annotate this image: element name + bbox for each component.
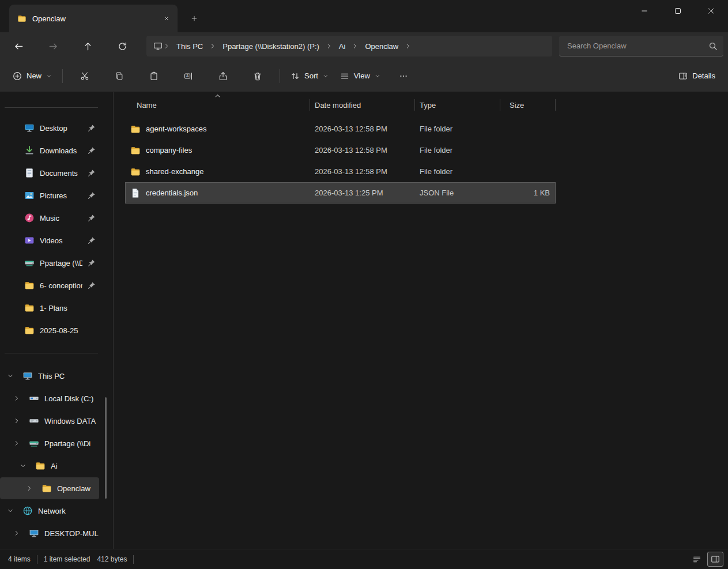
sidebar-item-videos[interactable]: Videos [0, 229, 99, 251]
folder-icon [130, 145, 141, 156]
chevron-down-icon [46, 73, 52, 79]
sidebar-scrollbar[interactable] [105, 397, 107, 499]
share-button[interactable] [212, 66, 235, 86]
sidebar-item-pictures[interactable]: Pictures [0, 184, 99, 206]
search-input[interactable] [567, 42, 708, 50]
videos-icon [24, 235, 35, 246]
copy-button[interactable] [108, 66, 131, 86]
sidebar-item-network[interactable]: Network [0, 500, 99, 522]
tab-openclaw[interactable]: Openclaw [9, 5, 178, 32]
status-bar: 4 items 1 item selected 412 bytes [0, 549, 728, 569]
new-button-label: New [27, 71, 42, 80]
refresh-button[interactable] [112, 36, 133, 56]
sidebar-pinned-section: DesktopDownloadsDocumentsPicturesMusicVi… [0, 117, 113, 341]
minimize-icon [641, 7, 648, 14]
selection-size: 412 bytes [97, 555, 127, 563]
search-box[interactable] [559, 36, 723, 56]
column-headers: Name Date modified Type Size [125, 93, 728, 116]
cut-icon [80, 71, 89, 81]
close-icon [163, 15, 170, 22]
breadcrumb-item-ppartage-diskstation2-p[interactable]: Ppartage (\\Diskstation2) (P:) [217, 38, 325, 54]
tab-close-button[interactable] [159, 11, 174, 26]
delete-button[interactable] [246, 66, 269, 86]
sidebar-item-desktop[interactable]: Desktop [0, 117, 99, 139]
details-button-label: Details [692, 71, 715, 80]
column-header-size[interactable]: Size [500, 99, 556, 111]
new-button[interactable]: New [7, 66, 58, 86]
more-ellipsis-icon [399, 71, 408, 81]
sidebar-item-1-plans[interactable]: 1- Plans [0, 297, 99, 319]
cut-button[interactable] [73, 66, 96, 86]
sidebar-item-this-pc[interactable]: This PC [0, 365, 99, 387]
sidebar-item-documents[interactable]: Documents [0, 162, 99, 184]
file-name-cell: shared-exchange [125, 167, 310, 177]
sidebar-item-label: Ppartage (\\Di [44, 439, 99, 448]
file-name: company-files [146, 146, 192, 155]
toolbar-separator [62, 69, 63, 83]
chevron-right-icon[interactable] [13, 387, 24, 409]
chevron-right-icon[interactable] [26, 477, 36, 499]
file-row-company-files[interactable]: company-files2026-03-13 12:58 PMFile fol… [125, 140, 556, 161]
sidebar-item-downloads[interactable]: Downloads [0, 140, 99, 161]
paste-button[interactable] [142, 66, 165, 86]
file-explorer-window: Openclaw [0, 0, 728, 569]
details-view-toggle[interactable] [707, 552, 723, 567]
folder-icon [24, 303, 35, 313]
sidebar-item-6-conception[interactable]: 6- conception [0, 274, 99, 296]
sidebar-item-label: Pictures [40, 191, 82, 200]
sidebar-item-ppartage-di[interactable]: Ppartage (\\Di [0, 432, 99, 454]
chevron-down-icon [323, 73, 329, 79]
new-tab-button[interactable] [184, 9, 204, 28]
column-header-name[interactable]: Name [125, 99, 310, 111]
breadcrumb-item-openclaw[interactable]: Openclaw [359, 38, 404, 54]
column-header-date-modified[interactable]: Date modified [310, 99, 415, 111]
rename-button[interactable]: A [177, 66, 200, 86]
list-view-toggle[interactable] [689, 552, 705, 567]
file-size-cell: 1 KB [500, 189, 556, 197]
view-button[interactable]: View [334, 66, 386, 86]
sort-button[interactable]: Sort [285, 66, 334, 86]
file-row-shared-exchange[interactable]: shared-exchange2026-03-13 12:58 PMFile f… [125, 161, 556, 182]
pin-icon [88, 169, 96, 177]
navigation-bar: This PCPpartage (\\Diskstation2) (P:)AiO… [0, 32, 728, 60]
maximize-icon [674, 7, 681, 14]
back-icon [14, 42, 24, 51]
chevron-right-icon[interactable] [13, 432, 24, 454]
desktop-icon [24, 123, 35, 133]
network-icon [22, 506, 33, 516]
column-header-type[interactable]: Type [415, 99, 500, 111]
chevron-down-icon[interactable] [20, 455, 30, 477]
details-button[interactable]: Details [673, 66, 721, 86]
details-view-icon [711, 555, 720, 564]
maximize-button[interactable] [661, 0, 695, 22]
file-name: credentials.json [146, 189, 198, 197]
minimize-button[interactable] [628, 0, 661, 22]
sidebar-item-local-disk-c[interactable]: Local Disk (C:) [0, 387, 99, 409]
sidebar: DesktopDownloadsDocumentsPicturesMusicVi… [0, 92, 113, 549]
file-row-agent-workspaces[interactable]: agent-workspaces2026-03-13 12:58 PMFile … [125, 118, 556, 140]
sidebar-item-desktop-mul[interactable]: DESKTOP-MUL [0, 522, 99, 544]
chevron-right-icon[interactable] [13, 410, 24, 432]
folder-icon [24, 325, 35, 336]
more-button[interactable] [392, 66, 415, 86]
chevron-down-icon[interactable] [7, 500, 17, 522]
chevron-down-icon[interactable] [7, 365, 17, 387]
breadcrumb-item-ai[interactable]: Ai [333, 38, 352, 54]
breadcrumb[interactable]: This PCPpartage (\\Diskstation2) (P:)AiO… [146, 36, 552, 56]
chevron-right-icon[interactable] [13, 522, 24, 544]
up-button[interactable] [77, 36, 98, 56]
sidebar-item-label: Desktop [40, 124, 82, 133]
sidebar-item-windows-data[interactable]: Windows DATA [0, 410, 99, 432]
file-type-cell: JSON File [415, 189, 500, 197]
sidebar-item-ai[interactable]: Ai [0, 455, 99, 477]
sort-ascending-icon [214, 93, 221, 99]
breadcrumb-item-this-pc[interactable]: This PC [171, 38, 209, 54]
close-window-button[interactable] [695, 0, 728, 22]
sidebar-item-ppartage-d[interactable]: Ppartage (\\D [0, 252, 99, 274]
file-row-credentials-json[interactable]: credentials.json2026-03-13 1:25 PMJSON F… [125, 182, 556, 204]
sidebar-item-openclaw[interactable]: Openclaw [0, 477, 99, 499]
back-button[interactable] [8, 36, 29, 56]
sidebar-item-music[interactable]: Music [0, 207, 99, 229]
sidebar-item-2025-08-25[interactable]: 2025-08-25 [0, 319, 99, 341]
forward-button[interactable] [43, 36, 63, 56]
